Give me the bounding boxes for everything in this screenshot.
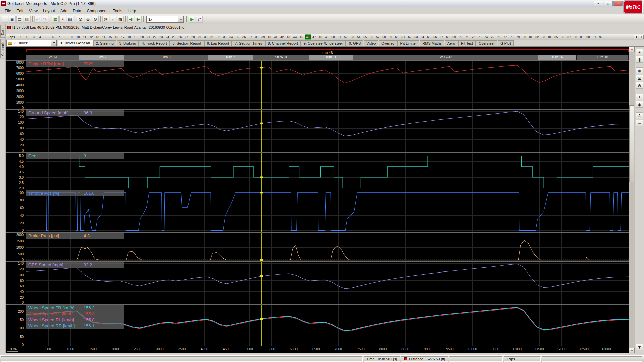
lap-number-55[interactable]: 55	[362, 34, 368, 40]
lap-number-16[interactable]: 16	[113, 34, 120, 40]
lap-number-35[interactable]: 35	[234, 34, 241, 40]
time-display-icon[interactable]: ◷	[102, 16, 109, 23]
lap-number-70[interactable]: 70	[458, 34, 464, 40]
lap-number-47[interactable]: 47	[311, 34, 317, 40]
open-worksheet-icon[interactable]: ▱	[2, 16, 8, 23]
dropdown-arrow-icon[interactable]	[51, 40, 56, 46]
lap-number-37[interactable]: 37	[247, 34, 254, 40]
lap-number-81[interactable]: 81	[528, 34, 534, 40]
plot-area-gps_speed[interactable]: GPS Speed [mph]92.2	[26, 262, 629, 304]
lap-number-27[interactable]: 27	[183, 34, 190, 40]
menu-help[interactable]: Help	[125, 9, 139, 13]
prev-lap-icon[interactable]: ◀	[127, 16, 134, 23]
lap-number-32[interactable]: 32	[215, 34, 222, 40]
lap-number-21[interactable]: 21	[145, 34, 152, 40]
lap-number-12[interactable]: 12	[88, 34, 94, 40]
worksheet-tab[interactable]: 6: Lap Report	[204, 40, 232, 46]
lap-number-91[interactable]: 91	[591, 34, 598, 40]
lap-number-31[interactable]: 31	[209, 34, 215, 40]
lap-number-8[interactable]: 8	[62, 34, 69, 40]
lap-number-20[interactable]: 20	[139, 34, 145, 40]
lap-number-78[interactable]: 78	[508, 34, 515, 40]
add-math-icon[interactable]: ≈	[59, 16, 66, 23]
lap-number-28[interactable]: 28	[190, 34, 196, 40]
save-layout-icon[interactable]: ▣	[9, 16, 16, 23]
channel-label-row[interactable]: Wheel Speed FR [km/h]156.2	[26, 305, 124, 311]
lap-number-23[interactable]: 23	[158, 34, 164, 40]
lap-number-13[interactable]: 13	[94, 34, 101, 40]
pan-icon[interactable]: ◈	[636, 101, 643, 108]
plot-area-gear[interactable]: Gear3	[26, 153, 629, 190]
menu-data[interactable]: Data	[70, 9, 84, 13]
fit-vertical-icon[interactable]: ⇕	[636, 112, 643, 119]
worksheet-tab[interactable]: 8: Channel Report	[265, 40, 301, 46]
lap-number-24[interactable]: 24	[164, 34, 171, 40]
pause-icon[interactable]: ▮	[636, 56, 643, 63]
lap-number-39[interactable]: 39	[260, 34, 266, 40]
maximize-button[interactable]: □	[604, 1, 613, 6]
lap-number-87[interactable]: 87	[566, 34, 572, 40]
dropdown-arrow-icon[interactable]	[178, 16, 183, 22]
distance-display-icon[interactable]: ↔	[110, 16, 116, 23]
channel-label-row[interactable]: Ground Speed [mph]96.9	[26, 110, 124, 116]
worksheet-tab[interactable]: 2: Steering	[93, 40, 116, 46]
close-button[interactable]: ×	[613, 1, 623, 6]
menu-component[interactable]: Component	[84, 9, 110, 13]
lap-number-57[interactable]: 57	[375, 34, 381, 40]
plot-area-ground_speed[interactable]: Ground Speed [mph]96.9	[26, 110, 629, 152]
lap-number-62[interactable]: 62	[407, 34, 413, 40]
zoom-in-icon[interactable]: ⊕	[85, 16, 91, 23]
lap-number-73[interactable]: 73	[477, 34, 483, 40]
lap-number-50[interactable]: 50	[330, 34, 336, 40]
scrollbar-thumb[interactable]	[629, 105, 634, 182]
lap-number-41[interactable]: 41	[273, 34, 279, 40]
channel-label-row[interactable]: Brake Pres [psi]4.3	[26, 233, 124, 239]
lap-number-45[interactable]: 45	[298, 34, 305, 40]
channel-label-row[interactable]: Wheel Speed RR [km/h]156.1	[26, 323, 124, 329]
worksheet-tab[interactable]: Oversteer	[476, 40, 497, 46]
lap-number-61[interactable]: 61	[400, 34, 407, 40]
lap-number-88[interactable]: 88	[572, 34, 579, 40]
print-icon[interactable]: ▤	[16, 16, 23, 23]
lap-number-89[interactable]: 89	[579, 34, 585, 40]
lap-number-79[interactable]: 79	[515, 34, 521, 40]
zoom-lap-icon[interactable]: ⊙	[77, 16, 84, 23]
lap-number-2[interactable]: 2	[24, 34, 31, 40]
worksheet-tab[interactable]: 1: Driver General	[58, 40, 93, 46]
channel-label-row[interactable]: GPS Speed [mph]92.2	[26, 262, 124, 268]
worksheet-tab[interactable]: 0: GPS	[346, 40, 363, 46]
minimize-button[interactable]: −	[594, 1, 603, 6]
lap-number-3[interactable]: 3	[31, 34, 37, 40]
lap-number-77[interactable]: 77	[502, 34, 508, 40]
panel-svg-ground_speed[interactable]	[26, 110, 629, 152]
channel-label-row[interactable]: Wheel Speed RL [km/h]155.8	[26, 317, 124, 323]
lap-number-25[interactable]: 25	[171, 34, 177, 40]
worksheet-tab[interactable]: RMS Maths	[420, 40, 444, 46]
worksheet-tab[interactable]: 9: Oversteer/Understeer	[301, 40, 346, 46]
lap-number-7[interactable]: 7	[56, 34, 62, 40]
lap-number-46[interactable]: 46	[305, 34, 311, 40]
overlay-icon[interactable]: ⇄	[196, 16, 203, 23]
worksheet-tab[interactable]: Pit Limiter	[397, 40, 419, 46]
lap-number-10[interactable]: 10	[75, 34, 82, 40]
lap-number-66[interactable]: 66	[432, 34, 438, 40]
lap-number-44[interactable]: 44	[292, 34, 298, 40]
lap-number-26[interactable]: 26	[177, 34, 183, 40]
lap-number-51[interactable]: 51	[336, 34, 343, 40]
panel-svg-rpm[interactable]	[26, 61, 629, 109]
zoom-out-icon[interactable]: ⊖	[636, 82, 643, 89]
menu-view[interactable]: View	[26, 9, 40, 13]
crosshair-icon[interactable]: +	[636, 94, 643, 100]
copy-icon[interactable]: ▥	[24, 16, 31, 23]
lap-number-1[interactable]: 1	[18, 34, 24, 40]
menu-layout[interactable]: Layout	[40, 9, 58, 13]
plot-area-wheel_speed[interactable]: Wheel Speed FR [km/h]156.2Wheel Speed FL…	[26, 305, 629, 346]
laps-scroll-right-button[interactable]	[639, 35, 644, 39]
lap-number-58[interactable]: 58	[381, 34, 387, 40]
lap-number-34[interactable]: 34	[228, 34, 234, 40]
lap-number-76[interactable]: 76	[496, 34, 502, 40]
menu-file[interactable]: File	[2, 9, 14, 13]
channel-label-row[interactable]: Gear3	[26, 153, 124, 159]
record-icon[interactable]: ●	[636, 49, 643, 55]
lap-number-59[interactable]: 59	[387, 34, 394, 40]
